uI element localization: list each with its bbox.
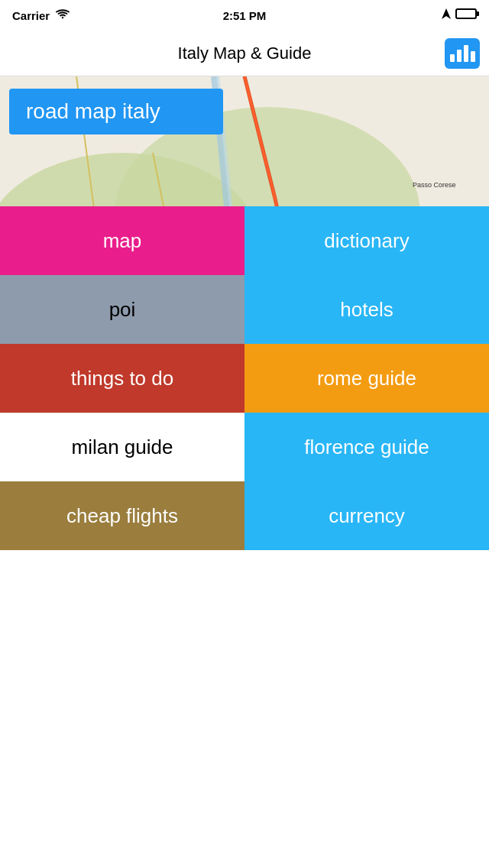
rome-guide-button[interactable]: rome guide <box>244 344 489 413</box>
map-area[interactable]: Roma Monterotondo Mentana La Cinquina-bu… <box>0 76 489 550</box>
status-bar: Carrier 2:51 PM <box>0 0 489 31</box>
chart-icon <box>450 45 475 62</box>
page-title: Italy Map & Guide <box>178 44 312 63</box>
nav-bar: Italy Map & Guide <box>0 31 489 76</box>
things-to-do-button[interactable]: things to do <box>0 344 244 413</box>
button-grid: map dictionary poi hotels things to do r… <box>0 206 489 550</box>
map-button[interactable]: map <box>0 206 244 275</box>
hotels-button[interactable]: hotels <box>244 275 489 344</box>
currency-button[interactable]: currency <box>244 481 489 550</box>
svg-text:Passo Corese: Passo Corese <box>413 181 456 189</box>
poi-button[interactable]: poi <box>0 275 244 344</box>
florence-guide-button[interactable]: florence guide <box>244 413 489 481</box>
location-icon <box>442 8 451 22</box>
dictionary-button[interactable]: dictionary <box>244 206 489 275</box>
svg-marker-0 <box>442 8 451 19</box>
battery-icon <box>455 8 477 22</box>
time-label: 2:51 PM <box>223 9 267 22</box>
milan-guide-button[interactable]: milan guide <box>0 413 244 481</box>
wifi-icon <box>56 9 70 22</box>
carrier-label: Carrier <box>12 9 50 22</box>
chart-button[interactable] <box>445 38 480 69</box>
cheap-flights-button[interactable]: cheap flights <box>0 481 244 550</box>
road-map-label[interactable]: road map italy <box>9 89 223 134</box>
